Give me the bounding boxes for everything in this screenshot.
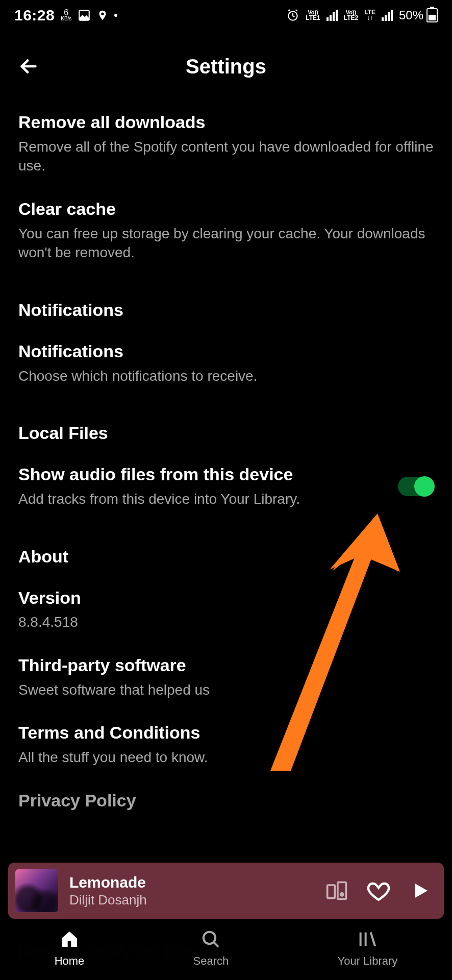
item-title: Version [18,587,434,609]
signal-bars-icon [382,10,393,21]
status-netrate: 6 KB/s [61,9,71,21]
svg-rect-3 [328,885,335,898]
devices-icon [325,879,348,902]
connect-device-button[interactable] [324,878,349,903]
battery-percent: 50% [399,8,423,22]
status-dot [114,14,117,17]
bottom-nav: Home Search Your Library [0,919,452,980]
play-icon [410,880,431,901]
item-subtitle: All the stuff you need to know. [18,748,434,767]
item-subtitle: Choose which notifications to receive. [18,366,434,386]
item-terms[interactable]: Terms and Conditions All the stuff you n… [18,713,434,780]
heart-icon [366,878,391,903]
now-playing-text[interactable]: Lemonade Diljit Dosanjh [69,874,313,908]
item-version[interactable]: Version 8.8.4.518 [18,578,434,645]
nav-label: Your Library [338,954,398,968]
section-local-files: Local Files [18,399,434,454]
section-about: About [18,522,434,578]
status-sim2-extra: LTE ↓↑ [364,10,375,21]
item-title: Terms and Conditions [18,722,434,744]
toggle-knob [414,476,435,497]
home-icon [59,928,80,950]
toggle-local-files[interactable] [398,477,434,496]
item-subtitle: Remove all of the Spotify content you ha… [18,137,434,176]
gallery-icon [78,9,91,22]
svg-point-5 [341,893,343,896]
svg-point-6 [204,932,215,944]
item-subtitle: Add tracks from this device into Your Li… [18,489,383,509]
app-header: Settings [0,41,452,92]
search-icon [200,928,221,950]
nav-library[interactable]: Your Library [338,928,398,968]
play-button[interactable] [408,878,433,903]
item-title: Show audio files from this device [18,463,383,485]
status-sim2: Vo)) LTE2 [344,10,358,21]
status-bar: 16:28 6 KB/s Vo)) LTE1 Vo)) LTE2 LTE ↓↑ [0,0,452,31]
nav-label: Search [193,954,229,968]
arrow-left-icon [17,55,40,78]
item-subtitle: Sweet software that helped us [18,680,434,700]
signal-bars-icon [327,10,338,21]
item-title: Remove all downloads [18,111,434,133]
item-title: Privacy Policy [18,790,434,812]
item-subtitle: You can free up storage by clearing your… [18,224,434,263]
track-title: Lemonade [69,874,313,891]
item-third-party[interactable]: Third-party software Sweet software that… [18,645,434,713]
page-title: Settings [186,55,266,78]
nav-label: Home [55,954,85,968]
settings-scroll[interactable]: Remove all downloads Remove all of the S… [0,102,452,980]
alarm-icon [286,9,299,22]
item-title: Notifications [18,340,434,362]
location-icon [97,9,108,22]
library-icon [357,928,378,950]
like-button[interactable] [366,878,391,903]
nav-home[interactable]: Home [55,928,85,968]
item-notifications[interactable]: Notifications Choose which notifications… [18,331,434,399]
item-privacy[interactable]: Privacy Policy [18,780,434,825]
battery-icon [426,8,438,22]
back-button[interactable] [13,51,44,82]
item-local-files-toggle[interactable]: Show audio files from this device Add tr… [18,454,434,522]
nav-search[interactable]: Search [193,928,229,968]
status-sim1: Vo)) LTE1 [306,10,320,21]
status-time: 16:28 [14,7,55,24]
item-clear-cache[interactable]: Clear cache You can free up storage by c… [18,189,434,276]
now-playing-bar[interactable]: Lemonade Diljit Dosanjh [8,863,444,919]
item-subtitle: 8.8.4.518 [18,612,434,632]
track-artist: Diljit Dosanjh [69,892,313,908]
item-title: Clear cache [18,198,434,220]
item-title: Third-party software [18,654,434,676]
section-notifications: Notifications [18,276,434,331]
item-remove-downloads[interactable]: Remove all downloads Remove all of the S… [18,102,434,189]
album-art[interactable] [15,869,58,912]
